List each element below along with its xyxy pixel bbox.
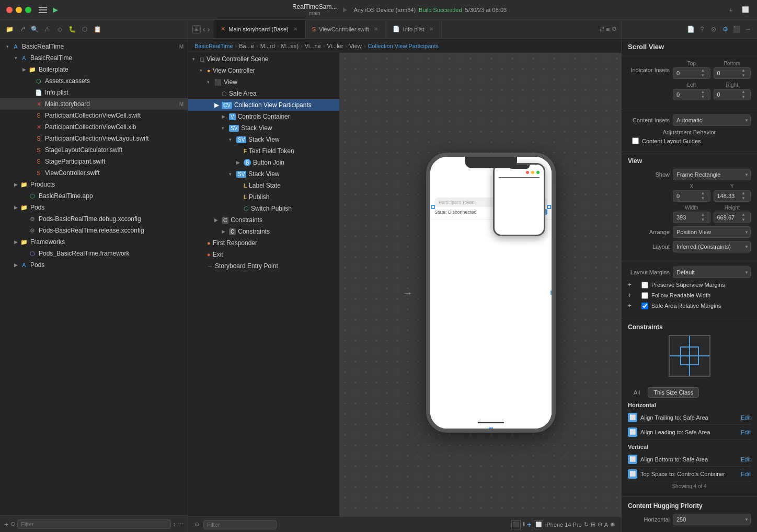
add-file-icon[interactable]: + [4, 520, 8, 528]
nav-reports-icon[interactable]: 📋 [92, 24, 102, 34]
minimize-button[interactable] [16, 7, 22, 13]
scene-item-label-state[interactable]: L Label State [188, 180, 339, 191]
layout-select[interactable]: Inferred (Constraints) Absolute [673, 241, 751, 252]
tree-item-pods-root[interactable]: ▶ A Pods [0, 259, 188, 271]
breadcrumb-item[interactable]: M...se) [281, 43, 299, 49]
scene-item-stack-view-2[interactable]: ▾ SV Stack View [188, 134, 339, 145]
tree-item-participantcell-swift[interactable]: S ParticipantCollectionViewCell.swift [0, 110, 188, 121]
scene-item-vc-scene[interactable]: ▾ ◻ View Controller Scene [188, 53, 339, 65]
scale-icon[interactable]: ⊙ [598, 521, 602, 528]
tree-item-boilerplate[interactable]: ▶ 📁 Boilerplate [0, 64, 188, 75]
constraint-edit-button[interactable]: Edit [741, 429, 751, 435]
y-field[interactable]: ▲▼ [714, 190, 751, 202]
scene-item-view[interactable]: ▾ ⬛ View [188, 76, 339, 88]
tree-item-pods-framework[interactable]: ⬡ Pods_BasicRealTime.framework [0, 248, 188, 259]
more-icon[interactable]: ≡ [606, 26, 610, 32]
y-input[interactable] [717, 193, 738, 199]
scene-item-controls-container[interactable]: ▶ V Controls Container [188, 111, 339, 122]
zoom-level-icon[interactable]: ⊕ [610, 521, 615, 528]
stepper-up[interactable]: ▲ [699, 191, 707, 196]
tree-item-stagelayout[interactable]: S StageLayoutCalculator.swift [0, 144, 188, 156]
storyboard-canvas[interactable]: → Participant Token State: Disconnected [340, 53, 621, 532]
stepper-up[interactable]: ▲ [740, 89, 747, 95]
tab-close-icon[interactable]: ✕ [428, 26, 435, 33]
scene-item-textfield-token[interactable]: F Text Field Token [188, 145, 339, 157]
x-input[interactable] [676, 193, 697, 199]
back-icon[interactable]: ‹ [203, 25, 205, 33]
breadcrumb-item[interactable]: Vi...ne [305, 43, 321, 49]
breadcrumb-item[interactable]: Vi...ler [327, 43, 343, 49]
stepper-up[interactable]: ▲ [699, 212, 707, 217]
indicator-bottom-field[interactable]: ▲▼ [714, 67, 751, 79]
indicator-top-input[interactable] [676, 70, 697, 76]
inspector-toggle-icon[interactable]: ⬜ [740, 5, 751, 15]
tree-item-infoplist[interactable]: 📄 Info.plist [0, 87, 188, 98]
stepper-down[interactable]: ▼ [699, 73, 707, 78]
connections-inspector-icon[interactable]: → [743, 25, 753, 34]
stepper-up[interactable]: ▲ [699, 89, 707, 95]
tree-item-mainstoryboard[interactable]: ✕ Main.storyboard M [0, 98, 188, 110]
zoom-info-icon[interactable]: ℹ [523, 521, 525, 528]
breadcrumb-item[interactable]: M...rd [260, 43, 275, 49]
size-inspector-icon[interactable]: ⬛ [732, 25, 741, 34]
stepper-down[interactable]: ▼ [740, 217, 747, 223]
breadcrumb-item[interactable]: Collection View Participants [368, 43, 439, 49]
stepper-up[interactable]: ▲ [740, 212, 747, 217]
horizontal-hugging-select[interactable]: 250 251 749 1000 [673, 514, 751, 525]
stepper[interactable]: ▲▼ [699, 212, 707, 223]
tree-item-stageparticipant[interactable]: S StageParticipant.swift [0, 156, 188, 167]
show-select[interactable]: Frame Rectangle Bounds Rectangle [673, 169, 751, 180]
quick-help-icon[interactable]: ? [697, 25, 707, 34]
nav-files-icon[interactable]: 📁 [4, 24, 15, 34]
safe-area-checkbox[interactable] [641, 303, 648, 309]
x-field[interactable]: ▲▼ [673, 190, 710, 202]
run-button[interactable]: ▶ [48, 4, 63, 16]
tab-storyboard[interactable]: ✕ Main.storyboard (Base) ✕ [214, 20, 305, 38]
options-icon[interactable]: ⋯ [178, 521, 183, 527]
stepper-up[interactable]: ▲ [699, 68, 707, 73]
tab-viewcontroller[interactable]: S ViewController.swift ✕ [306, 20, 386, 38]
fit-page-icon[interactable]: ⬛ [511, 520, 521, 529]
stepper[interactable]: ▲▼ [699, 191, 707, 201]
nav-scm-icon[interactable]: ⎇ [17, 24, 27, 34]
scene-item-entry-point[interactable]: → Storyboard Entry Point [188, 260, 339, 272]
scene-item-stack-view-3[interactable]: ▾ SV Stack View [188, 168, 339, 180]
breadcrumb-item[interactable]: Ba...e [239, 43, 254, 49]
fullscreen-button[interactable] [25, 7, 31, 13]
stepper[interactable]: ▲▼ [699, 89, 707, 100]
content-insets-select[interactable]: Automatic Never Always [673, 114, 751, 126]
content-layout-guides-checkbox[interactable] [632, 137, 639, 144]
indicator-left-field[interactable]: ▲▼ [673, 89, 710, 100]
scene-item-exit[interactable]: ● Exit [188, 249, 339, 260]
add-button-icon[interactable]: + [527, 520, 532, 529]
tab-infoplist[interactable]: 📄 Info.plist ✕ [386, 20, 442, 38]
file-filter-input[interactable] [17, 519, 170, 529]
stepper-down[interactable]: ▼ [740, 95, 747, 100]
constraints-tab-all[interactable]: All [628, 387, 646, 398]
readable-width-checkbox[interactable] [641, 292, 648, 299]
height-field[interactable]: ▲▼ [714, 212, 751, 223]
indicator-left-input[interactable] [676, 91, 697, 98]
tree-item-pods-group[interactable]: ▶ 📁 Pods [0, 202, 188, 213]
annotation-icon[interactable]: A [604, 522, 608, 528]
canvas-filter-input[interactable] [203, 520, 277, 529]
scene-item-vc[interactable]: ▾ ● View Controller [188, 65, 339, 76]
constraint-edit-button[interactable]: Edit [741, 456, 751, 462]
stepper[interactable]: ▲▼ [740, 191, 747, 201]
width-field[interactable]: ▲▼ [673, 212, 710, 223]
stepper[interactable]: ▲▼ [699, 68, 707, 78]
identity-inspector-icon[interactable]: ⊙ [709, 25, 718, 34]
stepper-down[interactable]: ▼ [699, 95, 707, 100]
height-input[interactable] [717, 214, 738, 221]
arrange-select[interactable]: Position View Align Views Pin to Supervi… [673, 226, 751, 238]
stepper-up[interactable]: ▲ [740, 191, 747, 196]
tab-close-icon[interactable]: ✕ [372, 26, 380, 33]
scene-item-publish-label[interactable]: L Publish [188, 191, 339, 203]
stepper[interactable]: ▲▼ [740, 212, 747, 223]
stepper-up[interactable]: ▲ [740, 68, 747, 73]
forward-icon[interactable]: › [208, 25, 210, 33]
indicator-right-input[interactable] [717, 91, 738, 98]
tree-item-pods-debug[interactable]: ⚙ Pods-BasicRealTime.debug.xcconfig [0, 213, 188, 225]
tree-item-products[interactable]: ▶ 📁 Products [0, 179, 188, 190]
rotate-icon[interactable]: ↻ [584, 521, 589, 528]
